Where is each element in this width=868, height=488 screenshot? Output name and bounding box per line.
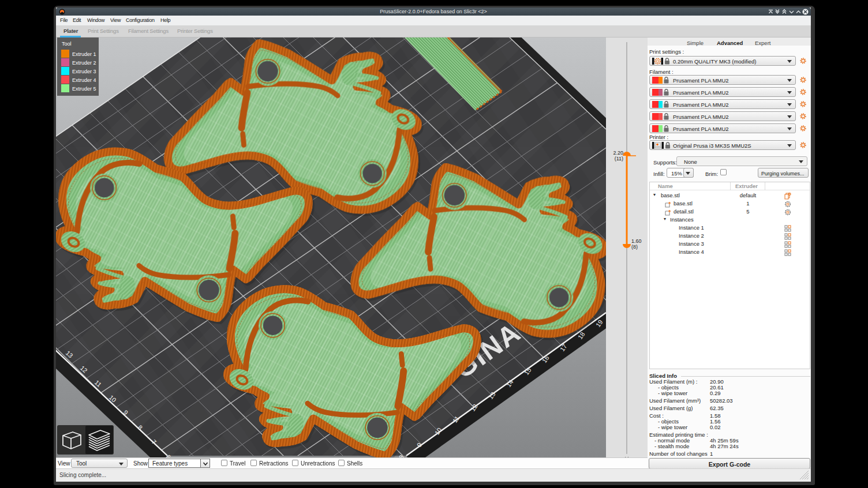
- svg-text:1.60: 1.60: [631, 238, 642, 244]
- svg-text:2.20: 2.20: [613, 150, 623, 156]
- svg-text:(8): (8): [631, 244, 638, 250]
- svg-text:(11): (11): [615, 156, 623, 162]
